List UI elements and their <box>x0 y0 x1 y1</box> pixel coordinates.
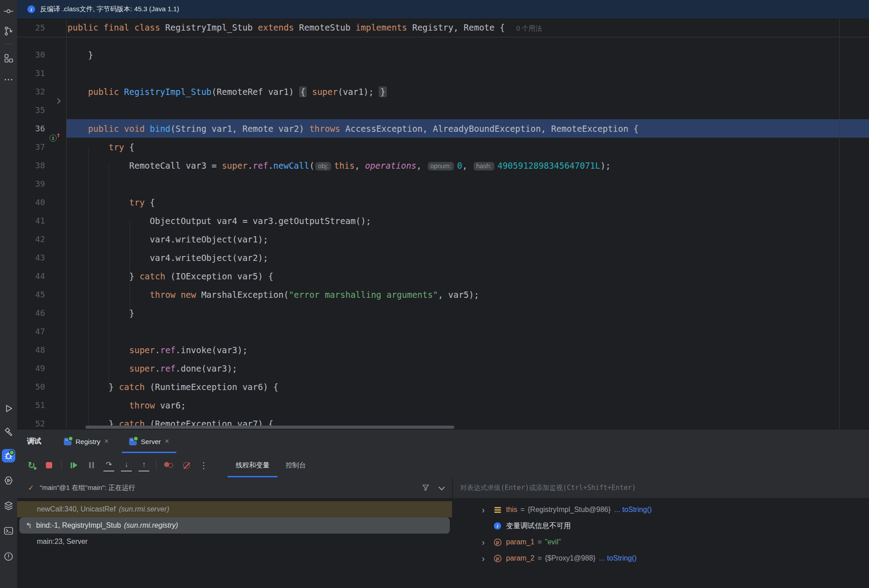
tostring-link[interactable]: ... toString() <box>599 554 637 562</box>
line-number[interactable]: 45 <box>17 290 45 299</box>
code-line-51: 51 throw var6; <box>17 396 869 414</box>
code-editor[interactable]: 25public final class RegistryImpl_Stub e… <box>17 18 869 430</box>
line-number[interactable]: 36 <box>17 124 45 133</box>
line-number[interactable]: 30 <box>17 50 45 59</box>
line-number[interactable]: 43 <box>17 253 45 262</box>
branch-icon[interactable] <box>0 23 17 39</box>
line-number[interactable]: 40 <box>17 197 45 207</box>
stack-frame-row[interactable]: main:23, Server <box>17 534 452 550</box>
variable-value: {RegistryImpl_Stub@986} <box>528 506 610 514</box>
frame-package: (sun.rmi.server) <box>119 505 169 513</box>
thread-selector[interactable]: ✓ "main"@1 在组"main": 正在运行 <box>17 477 452 499</box>
line-number[interactable]: 46 <box>17 308 45 318</box>
stop-icon[interactable] <box>44 460 54 471</box>
line-number[interactable]: 48 <box>17 345 45 355</box>
code-text[interactable]: throw new MarshalException("error marsha… <box>67 290 479 300</box>
code-text[interactable]: } <box>67 308 134 318</box>
build-icon[interactable] <box>0 424 17 440</box>
code-text[interactable]: public RegistryImpl_Stub(RemoteRef var1)… <box>67 87 387 97</box>
usages-inlay-hint[interactable]: 0 个用法 <box>516 24 542 32</box>
code-text[interactable]: } catch (IOException var5) { <box>67 271 273 281</box>
line-number[interactable]: 31 <box>17 68 45 78</box>
step-over-icon[interactable]: ↷ <box>103 459 114 471</box>
variable-row[interactable]: ›this={RegistryImpl_Stub@986}... toStrin… <box>453 502 869 518</box>
code-text[interactable]: super.ref.invoke(var3); <box>67 345 247 355</box>
view-breakpoints-icon[interactable] <box>163 460 174 471</box>
step-out-icon[interactable]: ↑ <box>139 459 149 471</box>
close-icon[interactable]: × <box>165 437 169 445</box>
stack-frame-row[interactable]: ↰bind:-1, RegistryImpl_Stub(sun.rmi.regi… <box>19 517 450 534</box>
layers-icon[interactable] <box>0 498 17 513</box>
problems-icon[interactable] <box>0 549 17 564</box>
code-text[interactable]: } <box>67 50 93 60</box>
code-line-37: 37 try { <box>17 138 869 156</box>
code-text[interactable]: ObjectOutput var4 = var3.getOutputStream… <box>67 216 371 226</box>
chevron-right-icon[interactable]: › <box>482 505 493 514</box>
run-icon[interactable] <box>0 401 17 416</box>
stack-frame-row[interactable]: newCall:340, UnicastRef(sun.rmi.server) <box>17 501 452 517</box>
resume-icon[interactable] <box>68 460 79 471</box>
line-number[interactable]: 38 <box>17 161 45 170</box>
tab-registry[interactable]: Registry × <box>57 430 116 453</box>
code-line-42: 42 var4.writeObject(var1); <box>17 230 869 248</box>
commit-icon[interactable] <box>0 4 17 19</box>
terminal-icon[interactable] <box>0 523 17 539</box>
tab-threads-variables[interactable]: 线程和变量 <box>228 453 278 477</box>
mute-breakpoints-icon[interactable] <box>181 460 192 471</box>
chevron-right-icon[interactable]: › <box>482 554 493 563</box>
more-icon[interactable] <box>0 72 17 87</box>
line-number[interactable]: 41 <box>17 216 45 225</box>
line-number[interactable]: 35 <box>17 105 45 115</box>
gutter: 41 <box>17 216 66 225</box>
code-text[interactable]: try { <box>67 197 155 207</box>
line-number[interactable]: 25 <box>17 23 45 32</box>
tostring-link[interactable]: ... toString() <box>614 506 652 514</box>
code-text[interactable]: } catch (RuntimeException var6) { <box>67 382 278 392</box>
chevron-down-icon[interactable] <box>439 484 445 490</box>
code-text[interactable]: throw var6; <box>67 400 186 410</box>
pause-icon[interactable] <box>86 460 97 471</box>
more-vertical-icon[interactable]: ⋮ <box>198 460 209 471</box>
code-text[interactable]: public final class RegistryImpl_Stub ext… <box>67 22 542 33</box>
gutter: 36I↑ <box>17 124 66 133</box>
tool-window-stripe <box>0 0 17 588</box>
debug-running-badge <box>9 450 14 455</box>
info-icon: i <box>493 522 502 530</box>
variable-row[interactable]: ›pparam_1="evil" <box>453 534 869 550</box>
line-number[interactable]: 44 <box>17 271 45 281</box>
rerun-icon[interactable]: ↻ <box>26 460 37 471</box>
code-text[interactable]: var4.writeObject(var1); <box>67 234 268 244</box>
gutter: 31 <box>17 68 66 78</box>
code-text[interactable]: super.ref.done(var3); <box>67 364 237 373</box>
line-number[interactable]: 50 <box>17 382 45 391</box>
tab-server[interactable]: Server × <box>122 430 176 453</box>
line-number[interactable]: 37 <box>17 142 45 152</box>
code-text[interactable]: public void bind(String var1, Remote var… <box>67 124 639 134</box>
gutter: 37 <box>17 142 66 152</box>
line-number[interactable]: 42 <box>17 234 45 244</box>
line-number[interactable]: 52 <box>17 419 45 428</box>
chevron-right-icon[interactable]: › <box>482 538 493 547</box>
line-number[interactable]: 47 <box>17 327 45 336</box>
line-number[interactable]: 51 <box>17 400 45 410</box>
filter-icon[interactable] <box>422 484 430 492</box>
line-number[interactable]: 39 <box>17 179 45 189</box>
code-text[interactable]: var4.writeObject(var2); <box>67 253 268 263</box>
tab-console[interactable]: 控制台 <box>278 453 314 477</box>
code-text[interactable]: RemoteCall var3 = super.ref.newCall(obj:… <box>67 161 611 171</box>
watches-hint[interactable]: 对表达式求值(Enter)或添加监视(Ctrl+Shift+Enter) <box>453 477 869 498</box>
debug-icon[interactable] <box>2 449 15 462</box>
close-icon[interactable]: × <box>104 437 108 445</box>
step-into-icon[interactable]: ↓ <box>121 459 132 471</box>
horizontal-scrollbar[interactable] <box>85 426 454 429</box>
variable-row[interactable]: i变量调试信息不可用 <box>453 518 869 534</box>
code-text[interactable]: try { <box>67 142 134 152</box>
line-number[interactable]: 32 <box>17 87 45 96</box>
execution-point-icon[interactable]: I↑ <box>49 134 59 142</box>
structure-icon[interactable] <box>0 50 17 66</box>
code-line-31: 31 <box>17 64 869 82</box>
services-icon[interactable] <box>0 473 17 488</box>
variable-row[interactable]: ›pparam_2={$Proxy1@988}... toString() <box>453 550 869 566</box>
line-number[interactable]: 49 <box>17 364 45 373</box>
parameter-hint: hash: <box>474 162 494 171</box>
